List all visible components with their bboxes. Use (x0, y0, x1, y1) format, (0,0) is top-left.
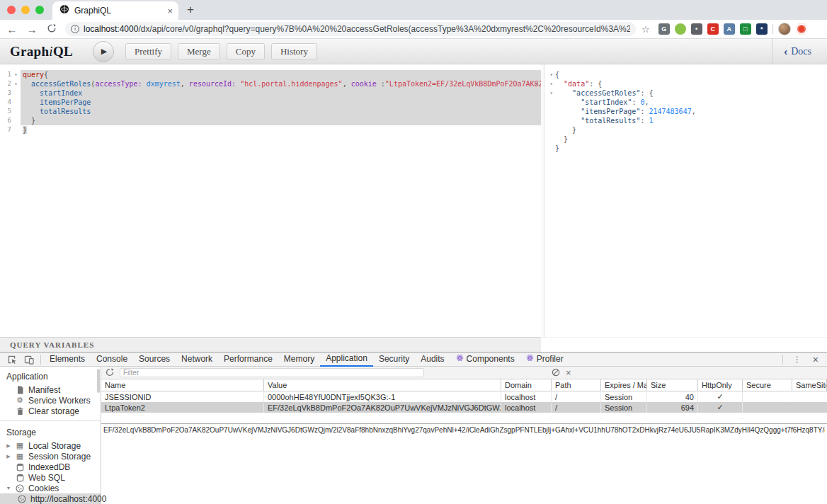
delete-cookie-icon[interactable]: × (566, 368, 571, 377)
column-header-domain[interactable]: Domain (501, 379, 552, 391)
extension-icon-g[interactable]: G (658, 23, 670, 35)
sidebar-item-cookies[interactable]: ▼Cookies (0, 483, 101, 493)
code-line[interactable]: 3 startIndex (0, 88, 541, 98)
sidebar-item-session-storage[interactable]: ▶▦Session Storage (0, 451, 101, 462)
bookmark-star-icon[interactable]: ☆ (641, 24, 650, 35)
docs-button[interactable]: ‹ Docs (772, 39, 827, 64)
minimize-window-button[interactable] (21, 6, 30, 14)
tab-elements[interactable]: Elements (44, 353, 91, 366)
tab-components[interactable]: Components (450, 353, 520, 366)
code-line[interactable]: 4 itemsPerPage (0, 98, 541, 107)
merge-button[interactable]: Merge (178, 43, 220, 60)
tab-close-icon[interactable]: × (167, 6, 173, 16)
maximize-window-button[interactable] (35, 6, 44, 14)
fold-icon[interactable]: ▾ (11, 70, 21, 79)
inspect-element-icon[interactable] (4, 355, 21, 365)
code-line[interactable]: 6 } (0, 116, 541, 125)
back-icon[interactable]: ← (6, 23, 18, 35)
fold-icon[interactable]: ▾ (11, 79, 21, 88)
play-icon: ▶ (101, 47, 107, 56)
fold-icon[interactable]: ▾ (544, 70, 555, 79)
device-toolbar-icon[interactable] (21, 355, 38, 365)
code-line[interactable]: 2▾ accessGetRoles(accessType: dxmyrest, … (0, 79, 541, 88)
chevron-right-icon[interactable]: ▶ (6, 454, 11, 459)
extension-icon-snowflake[interactable]: * (756, 23, 768, 35)
table-row-jsessionid[interactable]: JSESSIONID 0000ohHE48YfU0DNTjjexI5QK3G:-… (101, 391, 827, 402)
chevron-left-icon: ‹ (784, 45, 787, 57)
execute-query-button[interactable]: ▶ (93, 41, 114, 62)
sidebar-item-manifest[interactable]: Manifest (0, 384, 101, 395)
favicon (59, 4, 69, 17)
prettify-button[interactable]: Prettify (125, 43, 171, 60)
devtools-close-icon[interactable]: × (809, 354, 823, 365)
extension-icon-red-c[interactable]: C (707, 23, 719, 35)
close-window-button[interactable] (7, 6, 16, 14)
column-header-name[interactable]: Name (101, 379, 264, 391)
copy-button[interactable]: Copy (227, 43, 265, 60)
extension-icon-green-square[interactable]: □ (740, 23, 751, 35)
column-header-httponly[interactable]: HttpOnly (698, 379, 743, 391)
url-bar[interactable]: i localhost:4000/dx/api/core/v0/graphql?… (65, 22, 636, 36)
url-path: /dx/api/core/v0/graphql?query=query%7B%0… (138, 24, 630, 34)
cell-secure (743, 407, 792, 408)
refresh-icon[interactable] (105, 367, 114, 379)
sidebar-scrollbar[interactable] (97, 369, 100, 393)
column-header-secure[interactable]: Secure (743, 379, 792, 391)
fold-icon[interactable]: ▾ (544, 79, 555, 88)
profile-avatar[interactable] (778, 23, 791, 35)
column-header-value[interactable]: Value (264, 379, 501, 391)
code-line[interactable]: 5 totalResults (0, 107, 541, 116)
code-token: : { (640, 89, 653, 97)
cookies-table-header: Name Value Domain Path Expires / Ma... S… (101, 379, 827, 391)
column-header-expires[interactable]: Expires / Ma... (601, 379, 647, 391)
graphiql-toolbar: GraphiQL ▶ Prettify Merge Copy History ‹… (0, 39, 827, 64)
cell-httponly: ✓ (698, 402, 743, 413)
tab-profiler[interactable]: Profiler (520, 353, 569, 366)
sidebar-item-clear-storage[interactable]: Clear storage (0, 406, 101, 416)
sidebar-item-local-storage[interactable]: ▶▦Local Storage (0, 440, 101, 451)
column-header-samesite[interactable]: SameSite (792, 379, 827, 391)
table-row-empty[interactable] (101, 413, 827, 423)
tab-security[interactable]: Security (373, 353, 415, 366)
code-line[interactable]: 7 } (0, 125, 541, 134)
extension-icon-keyhole[interactable]: • (691, 23, 702, 35)
history-button[interactable]: History (271, 43, 317, 60)
tab-performance[interactable]: Performance (218, 353, 278, 366)
chevron-down-icon[interactable]: ▼ (6, 486, 11, 491)
extension-icon-record[interactable] (796, 23, 807, 35)
cookie-value-text: EF/32eLqVkB8DmPoF2Oa7AK82OuP7UwVKejVMJzN… (103, 426, 825, 434)
filter-input[interactable] (120, 368, 424, 377)
code-token (23, 98, 40, 106)
fold-icon[interactable]: ▾ (544, 88, 555, 98)
sidebar-item-cookies-localhost[interactable]: http://localhost:4000 (0, 493, 101, 504)
tab-audits[interactable]: Audits (415, 353, 450, 366)
tab-memory[interactable]: Memory (278, 353, 320, 366)
query-variables-bar[interactable]: QUERY VARIABLES (0, 337, 541, 352)
code-token: totalResults (40, 108, 91, 115)
sidebar-item-indexeddb[interactable]: IndexedDB (0, 462, 101, 472)
extension-icon-green-circle[interactable] (675, 23, 686, 35)
clear-filter-icon[interactable] (552, 367, 560, 379)
sidebar-item-service-workers[interactable]: ⚙Service Workers (0, 395, 101, 406)
new-tab-button[interactable]: + (178, 3, 204, 20)
tab-console[interactable]: Console (91, 353, 133, 366)
table-row-ltpatoken2[interactable]: LtpaToken2 EF/32eLqVkB8DmPoF2Oa7AK82OuP7… (101, 402, 827, 413)
result-pane: ▾{ ▾ "data": { ▾ "accessGetRoles": { "st… (544, 64, 827, 337)
application-sidebar: Application Manifest ⚙Service Workers Cl… (0, 367, 101, 504)
page-info-icon[interactable]: i (71, 25, 79, 33)
column-header-path[interactable]: Path (552, 379, 601, 391)
tab-network[interactable]: Network (176, 353, 218, 366)
tab-sources[interactable]: Sources (133, 353, 176, 366)
code-line[interactable]: 1▾ query{ (0, 70, 541, 79)
forward-icon[interactable]: → (25, 23, 38, 35)
query-editor[interactable]: 1▾ query{ 2▾ accessGetRoles(accessType: … (0, 64, 541, 337)
cell-expires: Session (601, 392, 647, 402)
column-header-size[interactable]: Size (647, 379, 698, 391)
browser-tab[interactable]: GraphiQL × (52, 1, 178, 20)
devtools-menu-icon[interactable]: ⋮ (787, 355, 807, 365)
tab-application[interactable]: Application (320, 353, 373, 367)
reload-icon[interactable] (45, 23, 58, 35)
chevron-right-icon[interactable]: ▶ (6, 443, 11, 449)
sidebar-item-web-sql[interactable]: Web SQL (0, 472, 101, 483)
extension-icon-stamp[interactable]: A (724, 23, 735, 35)
